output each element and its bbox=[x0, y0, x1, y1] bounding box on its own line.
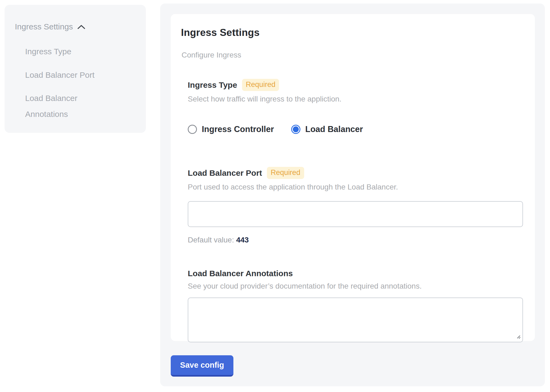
lb-annotations-label-row: Load Balancer Annotations bbox=[188, 269, 523, 278]
radio-option-load-balancer[interactable]: Load Balancer bbox=[291, 124, 363, 134]
lb-annotations-label: Load Balancer Annotations bbox=[188, 269, 293, 278]
ingress-type-label: Ingress Type bbox=[188, 80, 237, 90]
field-ingress-type: Ingress Type Required Select how traffic… bbox=[188, 79, 523, 141]
sidebar-item-ingress-type[interactable]: Ingress Type bbox=[25, 44, 114, 60]
sidebar-section-label: Ingress Settings bbox=[15, 22, 73, 31]
required-badge: Required bbox=[242, 79, 279, 91]
save-config-button[interactable]: Save config bbox=[171, 355, 233, 377]
page-subtitle: Configure Ingress bbox=[182, 51, 523, 59]
radio-button-icon[interactable] bbox=[291, 125, 300, 134]
lb-port-description: Port used to access the application thro… bbox=[188, 183, 523, 191]
lb-annotations-textarea-wrap bbox=[188, 298, 523, 342]
field-load-balancer-port: Load Balancer Port Required Port used to… bbox=[188, 167, 523, 244]
load-balancer-port-input[interactable] bbox=[188, 201, 523, 227]
chevron-up-icon[interactable] bbox=[77, 22, 85, 31]
ingress-settings-panel: Ingress Settings Configure Ingress Ingre… bbox=[160, 4, 545, 386]
lb-annotations-description: See your cloud provider’s documentation … bbox=[188, 282, 523, 290]
radio-button-icon[interactable] bbox=[188, 125, 197, 134]
ingress-type-radio-group: Ingress Controller Load Balancer bbox=[188, 118, 523, 141]
lb-port-label: Load Balancer Port bbox=[188, 168, 262, 178]
settings-nav-sidebar: Ingress Settings Ingress Type Load Balan… bbox=[5, 5, 146, 133]
ingress-settings-card: Ingress Settings Configure Ingress Ingre… bbox=[171, 14, 535, 341]
radio-label-ingress-controller: Ingress Controller bbox=[202, 124, 274, 134]
ingress-type-label-row: Ingress Type Required bbox=[188, 79, 523, 91]
load-balancer-annotations-textarea[interactable] bbox=[188, 298, 523, 342]
sidebar-item-list: Ingress Type Load Balancer Port Load Bal… bbox=[25, 44, 114, 122]
lb-port-label-row: Load Balancer Port Required bbox=[188, 167, 523, 179]
sidebar-item-load-balancer-port[interactable]: Load Balancer Port bbox=[25, 67, 114, 83]
lb-port-default-row: Default value:443 bbox=[188, 236, 523, 244]
radio-label-load-balancer: Load Balancer bbox=[305, 124, 363, 134]
radio-option-ingress-controller[interactable]: Ingress Controller bbox=[188, 124, 274, 134]
sidebar-item-load-balancer-annotations[interactable]: Load Balancer Annotations bbox=[25, 90, 114, 122]
field-load-balancer-annotations: Load Balancer Annotations See your cloud… bbox=[188, 269, 523, 342]
page: Ingress Settings Ingress Type Load Balan… bbox=[0, 0, 550, 392]
default-value-label: Default value: bbox=[188, 236, 234, 244]
default-value-number: 443 bbox=[236, 236, 249, 244]
sidebar-section-ingress-settings[interactable]: Ingress Settings bbox=[15, 22, 138, 31]
required-badge: Required bbox=[267, 167, 304, 179]
ingress-type-description: Select how traffic will ingress to the a… bbox=[188, 95, 523, 103]
page-title: Ingress Settings bbox=[181, 27, 523, 38]
